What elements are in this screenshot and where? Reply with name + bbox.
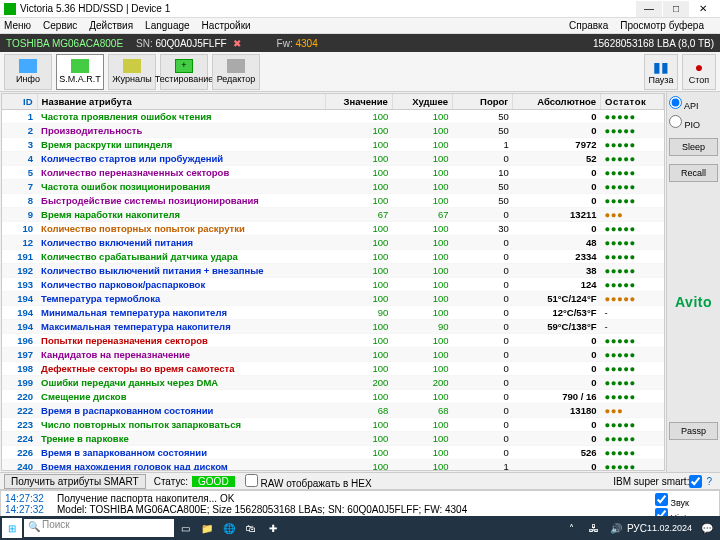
table-row[interactable]: 8Быстродействие системы позиционирования… [2, 194, 664, 208]
table-row[interactable]: 240Время нахождения головок над диском10… [2, 460, 664, 472]
explorer-icon[interactable]: 📁 [196, 517, 218, 539]
hex-checkbox[interactable]: RAW отображать в HEX [245, 474, 372, 489]
log-line: 14:27:32Model: TOSHIBA MG06ACA800E; Size… [5, 504, 655, 515]
table-row[interactable]: 9Время наработки накопителя6767013211●●● [2, 208, 664, 222]
table-row[interactable]: 1Частота проявления ошибок чтения1001005… [2, 110, 664, 124]
pio-radio[interactable]: PIO [669, 115, 718, 130]
titlebar: Victoria 5.36 HDD/SSD | Device 1 — □ ✕ [0, 0, 720, 18]
table-row[interactable]: 226Время в запаркованном состоянии100100… [2, 446, 664, 460]
status-label: Статус: [154, 476, 188, 487]
fw-value: 4304 [296, 38, 318, 49]
table-row[interactable]: 222Время в распаркованном состоянии68680… [2, 404, 664, 418]
minimize-button[interactable]: — [636, 1, 662, 17]
sn-label: SN: [136, 38, 153, 49]
smart-footer: Получить атрибуты SMART Статус: GOOD RAW… [0, 472, 720, 490]
taskbar-date[interactable]: 11.02.2024 [647, 523, 692, 533]
help-icon[interactable]: ? [706, 476, 712, 487]
sound-checkbox[interactable]: Звук [655, 498, 689, 508]
table-row[interactable]: 194Температура термоблока100100051°C/124… [2, 292, 664, 306]
menu-item[interactable]: Language [145, 20, 190, 31]
smart-table[interactable]: ID Название атрибута Значение Худшее Пор… [1, 93, 665, 471]
table-row[interactable]: 5Количество переназначенных секторов1001… [2, 166, 664, 180]
table-row[interactable]: 7Частота ошибок позиционирования10010050… [2, 180, 664, 194]
close-button[interactable]: ✕ [690, 1, 716, 17]
volume-icon[interactable]: 🔊 [605, 517, 627, 539]
col-name[interactable]: Название атрибута [37, 94, 325, 110]
table-row[interactable]: 194Максимальная температура накопителя10… [2, 320, 664, 334]
device-infobar: TOSHIBA MG06ACA800E SN: 60Q0A0J5FLFF ✖ F… [0, 34, 720, 52]
app-icon [4, 3, 16, 15]
passp-button[interactable]: Passp [669, 422, 718, 440]
edge-icon[interactable]: 🌐 [218, 517, 240, 539]
menu-buffer[interactable]: Просмотр буфера [620, 20, 704, 31]
menubar: Меню Сервис Действия Language Настройки … [0, 18, 720, 34]
table-row[interactable]: 197Кандидатов на переназначение10010000●… [2, 348, 664, 362]
table-row[interactable]: 3Время раскрутки шпинделя10010017972●●●●… [2, 138, 664, 152]
menu-item[interactable]: Действия [89, 20, 133, 31]
tray-up-icon[interactable]: ˄ [561, 517, 583, 539]
ibm-smart-label: IBM super smart: [613, 476, 689, 487]
col-rem[interactable]: Остаток [601, 94, 664, 110]
avito-watermark: Avito [671, 294, 716, 310]
table-row[interactable]: 12Количество включений питания100100048●… [2, 236, 664, 250]
task-view-icon[interactable]: ▭ [174, 517, 196, 539]
table-row[interactable]: 199Ошибки передачи данных через DMA20020… [2, 376, 664, 390]
lba-value: 15628053168 LBA (8,0 TB) [593, 38, 714, 49]
table-row[interactable]: 194Минимальная температура накопителя901… [2, 306, 664, 320]
menu-help[interactable]: Справка [569, 20, 608, 31]
menu-item[interactable]: Настройки [202, 20, 251, 31]
get-smart-button[interactable]: Получить атрибуты SMART [4, 474, 146, 489]
col-worst[interactable]: Худшее [392, 94, 452, 110]
log-line: 14:27:32Получение паспорта накопителя...… [5, 493, 655, 504]
side-panel: API PIO Sleep Recall Avito Passp [666, 92, 720, 472]
testing-tab[interactable]: +Тестирование [160, 54, 208, 90]
table-row[interactable]: 198Дефектные секторы во время самотеста1… [2, 362, 664, 376]
taskbar-lang[interactable]: РУС [627, 523, 647, 534]
info-tab[interactable]: Инфо [4, 54, 52, 90]
table-row[interactable]: 196Попытки переназначения секторов100100… [2, 334, 664, 348]
col-abs[interactable]: Абсолютное [513, 94, 601, 110]
menu-item[interactable]: Меню [4, 20, 31, 31]
device-model: TOSHIBA MG06ACA800E [6, 38, 136, 49]
recall-button[interactable]: Recall [669, 164, 718, 182]
api-radio[interactable]: API [669, 96, 718, 111]
journals-tab[interactable]: Журналы [108, 54, 156, 90]
col-val[interactable]: Значение [325, 94, 392, 110]
table-row[interactable]: 224Трение в парковке10010000●●●●● [2, 432, 664, 446]
notifications-icon[interactable]: 💬 [696, 517, 718, 539]
table-row[interactable]: 191Количество срабатываний датчика удара… [2, 250, 664, 264]
col-id[interactable]: ID [2, 94, 37, 110]
sn-value: 60Q0A0J5FLFF [155, 38, 226, 49]
start-button[interactable]: ⊞ [2, 518, 22, 538]
status-value: GOOD [192, 476, 235, 487]
stop-button[interactable]: ●Стоп [682, 54, 716, 90]
toolbar: Инфо S.M.A.R.T Журналы +Тестирование Ред… [0, 52, 720, 92]
smart-tab[interactable]: S.M.A.R.T [56, 54, 104, 90]
fw-label: Fw: [277, 38, 293, 49]
taskbar[interactable]: ⊞ Поиск ▭ 📁 🌐 🛍 ✚ ˄ 🖧 🔊 РУС 11.02.2024 💬 [0, 516, 720, 540]
table-row[interactable]: 223Число повторных попыток запарковаться… [2, 418, 664, 432]
pause-button[interactable]: ▮▮Пауза [644, 54, 678, 90]
menu-item[interactable]: Сервис [43, 20, 77, 31]
close-device-icon[interactable]: ✖ [233, 38, 241, 49]
window-title: Victoria 5.36 HDD/SSD | Device 1 [20, 3, 635, 14]
table-row[interactable]: 192Количество выключений питания + внеза… [2, 264, 664, 278]
store-icon[interactable]: 🛍 [240, 517, 262, 539]
table-row[interactable]: 193Количество парковок/распарковок100100… [2, 278, 664, 292]
table-row[interactable]: 4Количество стартов или пробуждений10010… [2, 152, 664, 166]
table-row[interactable]: 10Количество повторных попыток раскрутки… [2, 222, 664, 236]
maximize-button[interactable]: □ [663, 1, 689, 17]
table-row[interactable]: 2Производительность100100500●●●●● [2, 124, 664, 138]
ibm-smart-checkbox[interactable] [689, 475, 702, 488]
col-thresh[interactable]: Порог [453, 94, 513, 110]
network-icon[interactable]: 🖧 [583, 517, 605, 539]
taskbar-search[interactable]: Поиск [24, 519, 174, 537]
table-row[interactable]: 220Смещение дисков1001000790 / 16●●●●● [2, 390, 664, 404]
victoria-icon[interactable]: ✚ [262, 517, 284, 539]
sleep-button[interactable]: Sleep [669, 138, 718, 156]
editor-tab[interactable]: Редактор [212, 54, 260, 90]
